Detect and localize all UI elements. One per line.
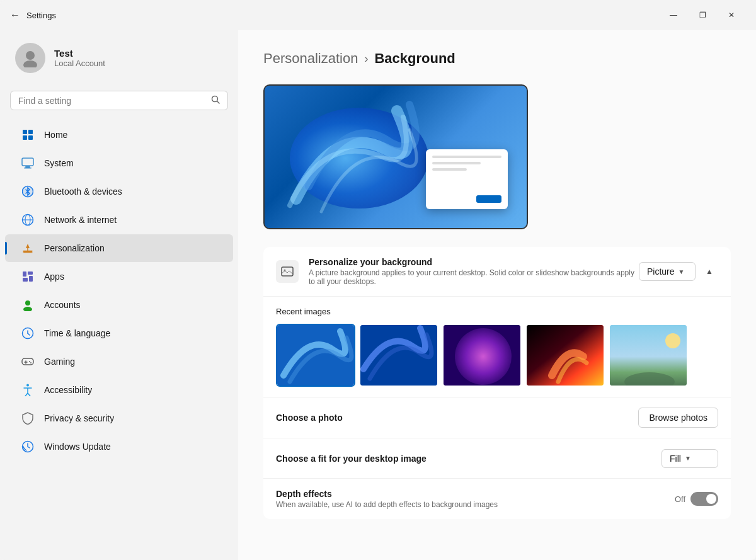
sidebar-item-bluetooth-label: Bluetooth & devices	[44, 186, 122, 197]
depth-effects-control: Off	[675, 492, 718, 506]
recent-images-title: Recent images	[276, 307, 718, 316]
toggle-label: Off	[675, 494, 685, 504]
sidebar-item-apps[interactable]: Apps	[5, 263, 233, 290]
personalize-bg-desc: A picture background applies to your cur…	[309, 268, 639, 286]
image-thumb-1[interactable]	[276, 324, 355, 387]
maximize-button[interactable]: ❐	[688, 5, 717, 25]
back-icon[interactable]: ←	[10, 9, 20, 21]
collapse-button[interactable]: ▲	[701, 263, 718, 280]
sidebar-item-system[interactable]: System	[5, 149, 233, 177]
search-box[interactable]	[10, 91, 228, 110]
wallpaper-swirl	[284, 98, 435, 218]
svg-point-24	[23, 307, 32, 311]
svg-point-0	[26, 51, 35, 60]
sidebar-item-network[interactable]: Network & internet	[5, 206, 233, 234]
svg-rect-36	[282, 267, 293, 276]
browse-photos-button[interactable]: Browse photos	[638, 408, 718, 428]
user-name: Test	[54, 48, 105, 59]
chevron-down-fit-icon: ▼	[685, 455, 691, 462]
images-grid	[276, 324, 718, 387]
sidebar-item-system-label: System	[44, 158, 74, 168]
title-bar-controls: — ❐ ✕	[659, 5, 746, 25]
background-type-value: Picture	[647, 266, 675, 277]
thumb-2-inner	[360, 325, 437, 386]
sidebar-item-personalization-label: Personalization	[44, 243, 105, 253]
svg-rect-21	[23, 278, 28, 282]
sidebar-item-privacy[interactable]: Privacy & security	[5, 404, 233, 432]
preview-dialog	[426, 149, 508, 209]
personalize-bg-control: Picture ▼ ▲	[639, 262, 718, 281]
bluetooth-icon	[20, 184, 35, 199]
search-input[interactable]	[18, 96, 206, 106]
svg-rect-17	[23, 251, 32, 253]
user-sub: Local Account	[54, 59, 105, 68]
recent-images-section: Recent images	[263, 297, 731, 397]
window-title: Settings	[26, 11, 56, 20]
main-content: Personalization › Background	[238, 30, 756, 560]
breadcrumb-parent[interactable]: Personalization	[263, 50, 358, 67]
dialog-line-2	[432, 162, 481, 164]
settings-window: ← Settings — ❐ ✕ Test Local Account	[0, 0, 756, 560]
time-icon	[20, 326, 35, 341]
content-area: Test Local Account	[0, 30, 756, 560]
accounts-icon	[20, 297, 35, 312]
toggle-thumb	[706, 494, 716, 504]
sidebar-item-update-label: Windows Update	[44, 442, 111, 452]
user-section[interactable]: Test Local Account	[0, 30, 238, 86]
image-thumb-4[interactable]	[525, 324, 605, 387]
chevron-down-icon: ▼	[679, 268, 685, 275]
image-thumb-3[interactable]	[442, 324, 522, 387]
choose-fit-control: Fill ▼	[662, 449, 718, 468]
svg-rect-20	[28, 271, 33, 275]
sidebar-item-home[interactable]: Home	[5, 121, 233, 149]
sidebar-item-accessibility[interactable]: Accessibility	[5, 376, 233, 404]
sidebar-item-accounts-label: Accounts	[44, 300, 81, 310]
personalization-icon	[20, 241, 35, 256]
breadcrumb-current: Background	[374, 50, 455, 67]
svg-rect-10	[24, 168, 32, 169]
sidebar-item-time-label: Time & language	[44, 328, 110, 338]
thumb-5-inner	[610, 325, 687, 386]
dialog-line-1	[432, 156, 501, 158]
toggle-container: Off	[675, 492, 718, 506]
network-icon	[20, 212, 35, 227]
fit-type-dropdown[interactable]: Fill ▼	[662, 449, 718, 468]
depth-effects-desc: When available, use AI to add depth effe…	[276, 500, 675, 509]
choose-fit-label: Choose a fit for your desktop image	[276, 454, 662, 464]
image-thumb-2[interactable]	[359, 324, 438, 387]
sidebar-item-time[interactable]: Time & language	[5, 319, 233, 347]
choose-fit-text: Choose a fit for your desktop image	[276, 454, 662, 464]
svg-point-44	[665, 333, 680, 348]
svg-point-1	[23, 60, 37, 67]
sidebar-nav: Home System	[0, 120, 238, 461]
svg-rect-8	[22, 158, 33, 166]
choose-photo-label: Choose a photo	[276, 413, 638, 423]
sidebar: Test Local Account	[0, 30, 238, 560]
bg-icon	[276, 260, 299, 283]
background-type-dropdown[interactable]: Picture ▼	[639, 262, 696, 281]
accessibility-icon	[20, 382, 35, 397]
system-icon	[20, 156, 35, 171]
choose-photo-row: Choose a photo Browse photos	[263, 397, 731, 438]
sidebar-item-personalization[interactable]: Personalization	[5, 234, 233, 262]
background-settings-card: Personalize your background A picture ba…	[263, 247, 731, 519]
sidebar-item-apps-label: Apps	[44, 271, 64, 282]
privacy-icon	[20, 411, 35, 426]
image-thumb-5[interactable]	[609, 324, 688, 387]
choose-photo-control: Browse photos	[638, 408, 718, 428]
minimize-button[interactable]: —	[659, 5, 688, 25]
thumb-3-inner	[444, 325, 520, 386]
sidebar-item-gaming[interactable]: Gaming	[5, 348, 233, 375]
svg-rect-4	[23, 130, 27, 134]
sidebar-item-accounts[interactable]: Accounts	[5, 291, 233, 319]
depth-effects-toggle[interactable]	[690, 492, 718, 506]
sidebar-item-gaming-label: Gaming	[44, 357, 75, 367]
thumb-4-inner	[527, 325, 604, 386]
close-button[interactable]: ✕	[717, 5, 746, 25]
sidebar-item-update[interactable]: Windows Update	[5, 433, 233, 460]
personalize-bg-text: Personalize your background A picture ba…	[309, 257, 639, 286]
desktop-preview	[263, 84, 528, 229]
sidebar-item-bluetooth[interactable]: Bluetooth & devices	[5, 178, 233, 205]
depth-effects-row: Depth effects When available, use AI to …	[263, 479, 731, 519]
title-bar: ← Settings — ❐ ✕	[0, 0, 756, 30]
